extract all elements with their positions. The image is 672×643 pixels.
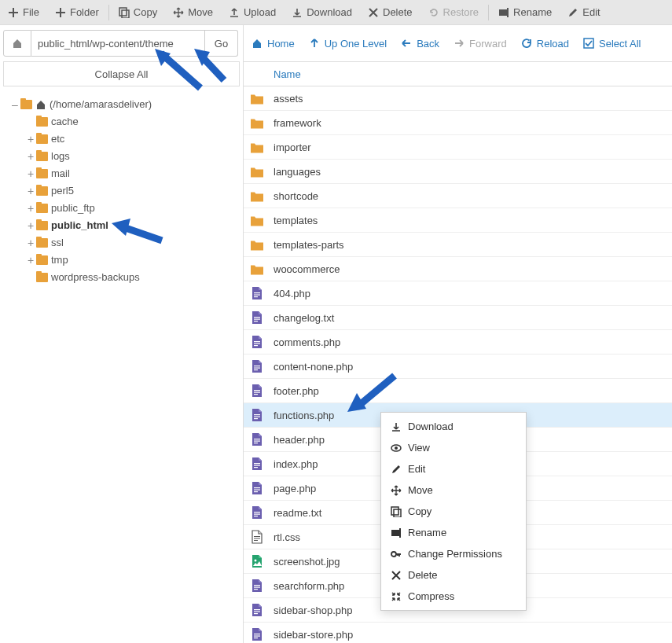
upload-icon xyxy=(229,7,240,18)
nav-back-button[interactable]: Back xyxy=(401,38,439,50)
file-row[interactable]: changelog.txt xyxy=(244,306,672,330)
tree-item[interactable]: +perl5 xyxy=(27,182,240,200)
restore-button-label: Restore xyxy=(443,6,479,18)
file-row[interactable]: comments.php xyxy=(244,330,672,355)
delete-icon xyxy=(368,7,379,18)
home-icon xyxy=(12,38,23,49)
folder-icon xyxy=(36,221,48,230)
file-icon xyxy=(250,579,264,593)
file-name: comments.php xyxy=(274,336,340,348)
file-row[interactable]: assets xyxy=(244,86,672,111)
download-button[interactable]: Download xyxy=(284,0,360,25)
move-icon xyxy=(173,7,184,18)
nav-reload-button[interactable]: Reload xyxy=(521,38,569,50)
ctx-move[interactable]: Move xyxy=(381,479,526,501)
edit-button[interactable]: Edit xyxy=(560,0,608,25)
folder-icon xyxy=(36,169,48,178)
edit-button-label: Edit xyxy=(582,6,600,18)
nav-up-button[interactable]: Up One Level xyxy=(309,38,387,50)
file-row[interactable]: shortcode xyxy=(244,184,672,208)
path-input[interactable] xyxy=(31,30,205,57)
tree-item[interactable]: +mail xyxy=(27,165,240,182)
column-header-name[interactable]: Name xyxy=(244,61,672,86)
tree-item[interactable]: +tmp xyxy=(27,252,240,269)
file-row[interactable]: languages xyxy=(244,160,672,184)
expand-toggle[interactable]: + xyxy=(27,130,35,148)
expand-toggle[interactable]: + xyxy=(27,182,35,200)
file-row[interactable]: woocommerce xyxy=(244,257,672,281)
ctx-perms[interactable]: Change Permissions xyxy=(381,543,526,564)
folder-icon xyxy=(36,186,48,196)
go-button[interactable]: Go xyxy=(205,30,238,57)
download-icon xyxy=(292,7,303,18)
path-home-button[interactable] xyxy=(3,30,31,57)
ctx-compress[interactable]: Compress xyxy=(381,586,526,607)
tree-item-label: ssl xyxy=(51,234,64,252)
expand-toggle[interactable] xyxy=(27,113,35,130)
collapse-toggle[interactable]: – xyxy=(11,96,19,113)
copy-button-label: Copy xyxy=(134,6,157,18)
expand-toggle[interactable]: + xyxy=(27,165,35,182)
file-icon xyxy=(250,603,264,617)
tree-item[interactable]: +public_html xyxy=(27,217,240,234)
file-name: searchform.php xyxy=(274,580,344,592)
plus-icon xyxy=(8,7,19,18)
file-row[interactable]: footer.php xyxy=(244,379,672,403)
file-row[interactable]: content-none.php xyxy=(244,355,672,379)
nav-selectall-button[interactable]: Select All xyxy=(583,38,641,50)
tree-root[interactable]: – (/home/amarasdeliver) xyxy=(11,96,240,113)
tree-item-label: wordpress-backups xyxy=(51,269,140,286)
folder-button[interactable]: Folder xyxy=(47,0,107,25)
expand-toggle[interactable]: + xyxy=(27,200,35,217)
expand-toggle[interactable] xyxy=(27,269,35,286)
tree-item[interactable]: cache xyxy=(27,113,240,130)
delete-button-label: Delete xyxy=(383,6,413,18)
move-button[interactable]: Move xyxy=(165,0,221,25)
copy-button[interactable]: Copy xyxy=(111,0,165,25)
file-row[interactable]: sidebar-store.php xyxy=(244,623,672,643)
file-button[interactable]: File xyxy=(0,0,47,25)
file-row[interactable]: framework xyxy=(244,111,672,135)
file-row[interactable]: templates xyxy=(244,208,672,233)
file-name: changelog.txt xyxy=(274,312,334,324)
ctx-download[interactable]: Download xyxy=(381,416,526,437)
ctx-edit[interactable]: Edit xyxy=(381,458,526,479)
expand-toggle[interactable]: + xyxy=(27,148,35,165)
folder-icon xyxy=(36,255,48,265)
tree-item-label: perl5 xyxy=(51,182,74,200)
tree-item-label: public_ftp xyxy=(51,200,95,217)
file-name: rtl.css xyxy=(274,531,300,543)
file-icon xyxy=(250,408,264,422)
tree-item-label: logs xyxy=(51,148,70,165)
move-button-label: Move xyxy=(188,6,213,18)
ctx-rename[interactable]: Rename xyxy=(381,522,526,543)
ctx-copy[interactable]: Copy xyxy=(381,501,526,522)
rename-button[interactable]: Rename xyxy=(490,0,560,25)
folder-icon xyxy=(250,116,264,130)
check-icon xyxy=(583,38,594,49)
ctx-view[interactable]: View xyxy=(381,437,526,458)
upload-button[interactable]: Upload xyxy=(221,0,284,25)
nav-home-button[interactable]: Home xyxy=(252,38,295,50)
expand-toggle[interactable]: + xyxy=(27,234,35,252)
compress-icon xyxy=(391,591,402,602)
delete-button[interactable]: Delete xyxy=(360,0,420,25)
tree-item[interactable]: +etc xyxy=(27,130,240,148)
tree-item[interactable]: +logs xyxy=(27,148,240,165)
folder-tree: – (/home/amarasdeliver) cache+etc+logs+m… xyxy=(0,93,243,289)
tree-item[interactable]: +ssl xyxy=(27,234,240,252)
file-icon xyxy=(250,286,264,300)
file-icon xyxy=(250,432,264,446)
collapse-all-button[interactable]: Collapse All xyxy=(3,61,240,86)
file-name: footer.php xyxy=(274,385,319,397)
file-row[interactable]: templates-parts xyxy=(244,233,672,257)
expand-toggle[interactable]: + xyxy=(27,252,35,269)
file-row[interactable]: 404.php xyxy=(244,281,672,306)
tree-item[interactable]: wordpress-backups xyxy=(27,269,240,286)
ctx-delete[interactable]: Delete xyxy=(381,564,526,586)
tree-item[interactable]: +public_ftp xyxy=(27,200,240,217)
file-icon xyxy=(250,481,264,495)
folder-icon xyxy=(36,134,48,144)
expand-toggle[interactable]: + xyxy=(27,217,35,234)
file-row[interactable]: importer xyxy=(244,135,672,160)
